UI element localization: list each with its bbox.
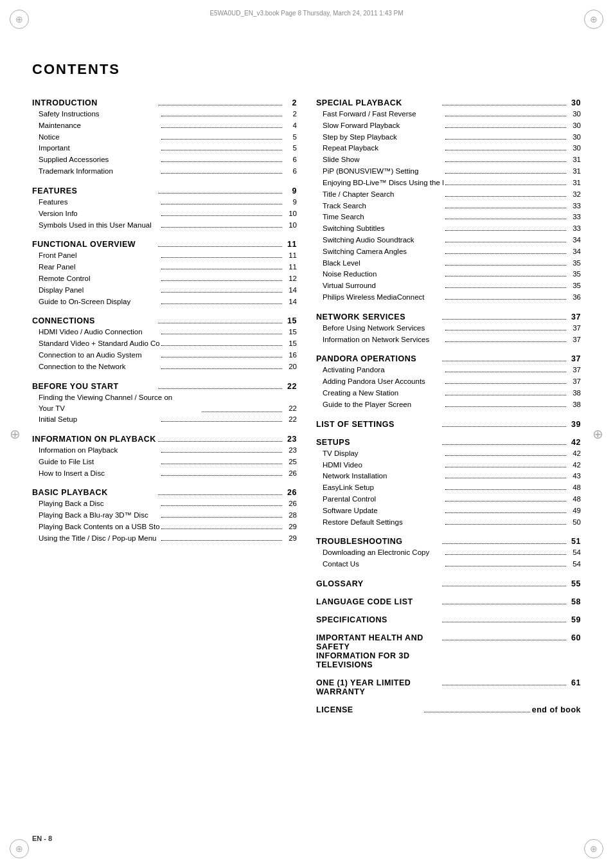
toc-page-num: 43 — [568, 471, 581, 482]
crosshair-right: ⊕ — [592, 426, 603, 442]
toc-sub-entry: Standard Video + Standard Audio Connecti… — [32, 338, 297, 350]
toc-page-num: 54 — [568, 559, 581, 570]
toc-page-num: 9 — [284, 186, 297, 195]
toc-sub-entry: Information on Network Services37 — [316, 334, 581, 346]
toc-entry-text: Switching Audio Soundtrack — [323, 235, 443, 246]
toc-section-heading: SETUPS42 — [316, 438, 581, 447]
toc-page-num: 6 — [284, 154, 297, 166]
toc-page-num: 55 — [568, 579, 581, 588]
toc-entry-text: Slow Forward Playback — [323, 120, 443, 132]
toc-sub-entry: Contact Us54 — [316, 559, 581, 570]
toc-sub-entry: Playing Back a Disc26 — [32, 498, 297, 510]
toc-heading-text: INFORMATION ON PLAYBACK — [32, 435, 156, 444]
toc-sub-entry: Important5 — [32, 143, 297, 154]
toc-sub-entry: Activating Pandora37 — [316, 365, 581, 376]
toc-sub-entry: Black Level35 — [316, 258, 581, 269]
toc-page-num: 10 — [284, 220, 297, 231]
toc-entry-text: TV Display — [323, 448, 443, 460]
toc-heading-text: CONNECTIONS — [32, 316, 156, 325]
toc-page-num: 2 — [284, 98, 297, 107]
toc-page-num: 42 — [568, 448, 581, 460]
page-footer: EN - 8 — [32, 835, 52, 842]
corner-mark-tr: ⊕ — [584, 10, 603, 29]
toc-columns: INTRODUCTION2Safety Instructions2Mainten… — [32, 89, 581, 716]
toc-entry-text: Finding the Viewing Channel / Source on … — [39, 392, 200, 415]
toc-sub-entry: Parental Control48 — [316, 494, 581, 505]
toc-entry-text: Guide to On-Screen Display — [39, 296, 159, 308]
toc-heading-text: LICENSE — [316, 705, 422, 714]
toc-page-num: 37 — [568, 334, 581, 346]
toc-page-num: 33 — [568, 201, 581, 212]
toc-page-num: 61 — [568, 678, 581, 687]
toc-page-num: end of book — [532, 705, 581, 714]
toc-page-num: 59 — [568, 615, 581, 624]
toc-entry-text: Playing Back a Blu-ray 3D™ Disc — [39, 510, 159, 521]
toc-sub-entry: Switching Subtitles33 — [316, 223, 581, 235]
toc-entry-text: Slide Show — [323, 154, 443, 166]
toc-sub-entry: TV Display42 — [316, 448, 581, 460]
toc-page-num: 38 — [568, 399, 581, 411]
toc-page-num: 39 — [568, 420, 581, 429]
toc-sub-entry: Playing Back Contents on a USB Storage D… — [32, 521, 297, 533]
toc-page-num: 30 — [568, 98, 581, 107]
toc-entry-text: Black Level — [323, 258, 443, 269]
toc-sub-entry: Connection to the Network20 — [32, 361, 297, 373]
toc-entry-text: Activating Pandora — [323, 365, 443, 376]
toc-sub-entry: Playing Back a Blu-ray 3D™ Disc28 — [32, 510, 297, 521]
toc-section-heading: FEATURES9 — [32, 186, 297, 195]
toc-heading-text: IMPORTANT HEALTH AND SAFETY INFORMATION … — [316, 633, 440, 669]
toc-heading-text: ONE (1) YEAR LIMITED WARRANTY — [316, 678, 440, 696]
page: ⊕ ⊕ ⊕ ⊕ E5WA0UD_EN_v3.book Page 8 Thursd… — [0, 0, 613, 868]
toc-sub-entry: Switching Audio Soundtrack34 — [316, 235, 581, 246]
toc-entry-text: Network Installation — [323, 471, 443, 482]
toc-entry-text: Playing Back Contents on a USB Storage D… — [39, 521, 159, 533]
left-column: INTRODUCTION2Safety Instructions2Mainten… — [32, 89, 297, 716]
toc-entry-text: Restore Default Settings — [323, 517, 443, 529]
toc-entry-text: Repeat Playback — [323, 143, 443, 154]
toc-heading-text: FEATURES — [32, 186, 156, 195]
toc-page-num: 49 — [568, 505, 581, 517]
toc-page-num: 37 — [568, 354, 581, 363]
toc-page-num: 20 — [284, 361, 297, 373]
toc-entry-text: Front Panel — [39, 250, 159, 262]
toc-page-num: 54 — [568, 547, 581, 559]
toc-heading-text: PANDORA OPERATIONS — [316, 354, 440, 363]
toc-sub-entry: Philips Wireless MediaConnect36 — [316, 292, 581, 303]
toc-page-num: 11 — [284, 262, 297, 273]
toc-entry-text: Playing Back a Disc — [39, 498, 159, 510]
toc-page-num: 48 — [568, 482, 581, 494]
toc-page-num: 51 — [568, 537, 581, 546]
toc-section-heading: SPECIAL PLAYBACK30 — [316, 98, 581, 107]
corner-mark-tl: ⊕ — [10, 10, 29, 29]
toc-sub-entry: Initial Setup22 — [32, 414, 297, 426]
toc-page-num: 37 — [568, 376, 581, 388]
toc-entry-text: Title / Chapter Search — [323, 189, 443, 201]
toc-sub-entry: Switching Camera Angles34 — [316, 246, 581, 258]
toc-entry-text: Step by Step Playback — [323, 132, 443, 143]
toc-heading-text: NETWORK SERVICES — [316, 312, 440, 321]
toc-page-num: 33 — [568, 212, 581, 223]
toc-page-num: 11 — [284, 250, 297, 262]
toc-page-num: 33 — [568, 223, 581, 235]
toc-sub-entry: Information on Playback23 — [32, 445, 297, 457]
toc-sub-entry: Supplied Accessories6 — [32, 154, 297, 166]
toc-page-num: 14 — [284, 285, 297, 296]
toc-sub-entry: Downloading an Electronic Copy54 — [316, 547, 581, 559]
toc-entry-text: Maintenance — [39, 120, 159, 132]
toc-page-num: 34 — [568, 235, 581, 246]
corner-mark-bl: ⊕ — [10, 839, 29, 858]
toc-sub-entry: Maintenance4 — [32, 120, 297, 132]
toc-heading-text: GLOSSARY — [316, 579, 440, 588]
toc-entry-text: Connection to the Network — [39, 361, 159, 373]
toc-section-heading: TROUBLESHOOTING51 — [316, 537, 581, 546]
toc-entry-text: Rear Panel — [39, 262, 159, 273]
toc-sub-entry: HDMI Video42 — [316, 460, 581, 471]
toc-section-heading: LIST OF SETTINGS39 — [316, 420, 581, 429]
toc-page-num: 50 — [568, 517, 581, 529]
toc-sub-entry: Version Info10 — [32, 208, 297, 220]
toc-sub-entry: Virtual Surround35 — [316, 280, 581, 292]
toc-page-num: 32 — [568, 189, 581, 201]
toc-entry-text: Supplied Accessories — [39, 154, 159, 166]
toc-entry-text: Display Panel — [39, 285, 159, 296]
toc-entry-text: Notice — [39, 132, 159, 143]
